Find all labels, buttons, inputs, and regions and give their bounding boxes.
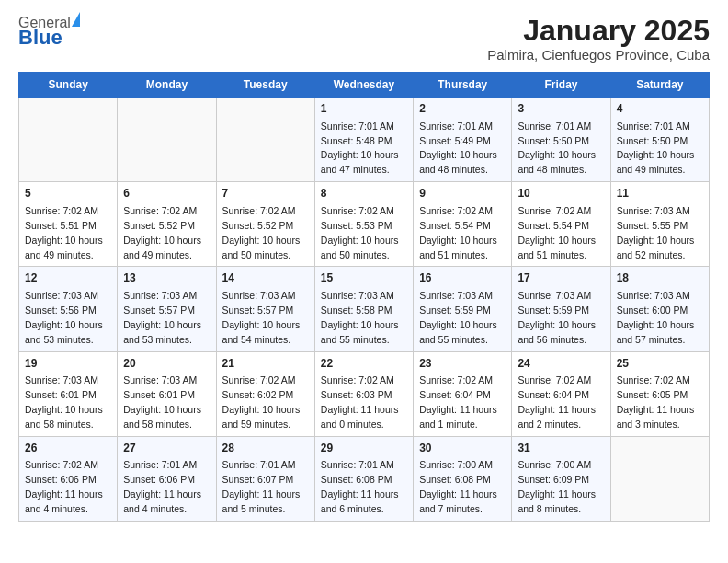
calendar-cell: 15Sunrise: 7:03 AMSunset: 5:58 PMDayligh… [314, 267, 413, 351]
day-number: 26 [25, 441, 111, 456]
day-number: 14 [222, 270, 309, 286]
day-number: 23 [419, 356, 506, 372]
calendar-cell: 29Sunrise: 7:01 AMSunset: 6:08 PMDayligh… [314, 436, 413, 521]
day-number: 7 [222, 186, 309, 201]
day-number: 29 [321, 441, 407, 456]
calendar-cell: 27Sunrise: 7:01 AMSunset: 6:06 PMDayligh… [118, 436, 216, 521]
day-info: Sunrise: 7:03 AMSunset: 5:55 PMDaylight:… [617, 205, 695, 260]
day-info: Sunrise: 7:03 AMSunset: 5:59 PMDaylight:… [419, 290, 497, 345]
calendar-cell: 19Sunrise: 7:03 AMSunset: 6:01 PMDayligh… [19, 351, 118, 436]
day-info: Sunrise: 7:02 AMSunset: 5:52 PMDaylight:… [222, 205, 301, 260]
calendar-cell: 4Sunrise: 7:01 AMSunset: 5:50 PMDaylight… [610, 98, 709, 182]
day-info: Sunrise: 7:03 AMSunset: 6:01 PMDaylight:… [123, 374, 201, 430]
week-row-2: 5Sunrise: 7:02 AMSunset: 5:51 PMDaylight… [19, 182, 710, 267]
week-row-4: 19Sunrise: 7:03 AMSunset: 6:01 PMDayligh… [19, 351, 710, 436]
calendar-cell: 11Sunrise: 7:03 AMSunset: 5:55 PMDayligh… [610, 182, 709, 267]
day-number: 13 [123, 270, 210, 286]
day-number: 18 [617, 270, 703, 286]
day-info: Sunrise: 7:03 AMSunset: 5:58 PMDaylight:… [321, 290, 399, 345]
calendar-cell: 9Sunrise: 7:02 AMSunset: 5:54 PMDaylight… [414, 182, 512, 267]
day-info: Sunrise: 7:02 AMSunset: 5:51 PMDaylight:… [25, 205, 103, 260]
logo: General Blue [18, 15, 80, 50]
day-number: 22 [321, 356, 407, 372]
day-header-monday: Monday [118, 73, 216, 98]
day-number: 20 [123, 356, 210, 372]
header: General Blue January 2025 Palmira, Cienf… [18, 15, 710, 63]
calendar-cell: 30Sunrise: 7:00 AMSunset: 6:08 PMDayligh… [414, 436, 512, 521]
calendar-cell: 24Sunrise: 7:02 AMSunset: 6:04 PMDayligh… [512, 351, 610, 436]
page: General Blue January 2025 Palmira, Cienf… [0, 0, 728, 536]
calendar-cell: 31Sunrise: 7:00 AMSunset: 6:09 PMDayligh… [512, 436, 610, 521]
day-number: 25 [617, 356, 703, 372]
day-number: 17 [518, 270, 604, 286]
calendar-cell: 16Sunrise: 7:03 AMSunset: 5:59 PMDayligh… [414, 267, 512, 351]
calendar-cell: 5Sunrise: 7:02 AMSunset: 5:51 PMDaylight… [19, 182, 118, 267]
day-headers-row: SundayMondayTuesdayWednesdayThursdayFrid… [19, 73, 710, 98]
calendar-cell: 22Sunrise: 7:02 AMSunset: 6:03 PMDayligh… [314, 351, 413, 436]
day-info: Sunrise: 7:01 AMSunset: 6:08 PMDaylight:… [321, 459, 399, 514]
day-number: 31 [518, 441, 604, 456]
day-info: Sunrise: 7:03 AMSunset: 5:59 PMDaylight:… [518, 290, 596, 345]
calendar-cell: 23Sunrise: 7:02 AMSunset: 6:04 PMDayligh… [414, 351, 512, 436]
logo-blue-text: Blue [18, 26, 63, 50]
calendar-table: SundayMondayTuesdayWednesdayThursdayFrid… [18, 72, 710, 522]
day-info: Sunrise: 7:02 AMSunset: 5:52 PMDaylight:… [123, 205, 201, 260]
day-info: Sunrise: 7:00 AMSunset: 6:08 PMDaylight:… [419, 459, 497, 514]
day-number: 4 [617, 101, 703, 117]
calendar-cell: 8Sunrise: 7:02 AMSunset: 5:53 PMDaylight… [314, 182, 413, 267]
calendar-cell: 26Sunrise: 7:02 AMSunset: 6:06 PMDayligh… [19, 436, 118, 521]
day-info: Sunrise: 7:02 AMSunset: 5:54 PMDaylight:… [419, 205, 497, 260]
calendar-subtitle: Palmira, Cienfuegos Province, Cuba [487, 47, 710, 63]
calendar-cell: 13Sunrise: 7:03 AMSunset: 5:57 PMDayligh… [118, 267, 216, 351]
day-info: Sunrise: 7:02 AMSunset: 5:53 PMDaylight:… [321, 205, 399, 260]
day-number: 2 [419, 101, 506, 117]
logo-triangle-icon [72, 12, 80, 27]
day-info: Sunrise: 7:02 AMSunset: 6:05 PMDaylight:… [617, 374, 695, 430]
calendar-cell: 14Sunrise: 7:03 AMSunset: 5:57 PMDayligh… [216, 267, 314, 351]
day-number: 8 [321, 186, 407, 201]
day-number: 30 [419, 441, 506, 456]
calendar-cell: 3Sunrise: 7:01 AMSunset: 5:50 PMDaylight… [512, 98, 610, 182]
day-info: Sunrise: 7:02 AMSunset: 6:04 PMDaylight:… [518, 374, 596, 430]
day-info: Sunrise: 7:02 AMSunset: 6:04 PMDaylight:… [419, 374, 497, 430]
day-info: Sunrise: 7:01 AMSunset: 6:06 PMDaylight:… [123, 459, 201, 514]
calendar-cell: 1Sunrise: 7:01 AMSunset: 5:48 PMDaylight… [314, 98, 413, 182]
day-number: 11 [617, 186, 703, 201]
day-number: 21 [222, 356, 309, 372]
calendar-title: January 2025 [487, 15, 710, 47]
day-info: Sunrise: 7:03 AMSunset: 5:57 PMDaylight:… [123, 290, 201, 345]
week-row-5: 26Sunrise: 7:02 AMSunset: 6:06 PMDayligh… [19, 436, 710, 521]
calendar-cell [19, 98, 118, 182]
day-info: Sunrise: 7:03 AMSunset: 6:00 PMDaylight:… [617, 290, 695, 345]
day-header-friday: Friday [512, 73, 610, 98]
calendar-cell: 20Sunrise: 7:03 AMSunset: 6:01 PMDayligh… [118, 351, 216, 436]
calendar-cell: 10Sunrise: 7:02 AMSunset: 5:54 PMDayligh… [512, 182, 610, 267]
day-number: 15 [321, 270, 407, 286]
calendar-cell: 28Sunrise: 7:01 AMSunset: 6:07 PMDayligh… [216, 436, 314, 521]
day-info: Sunrise: 7:03 AMSunset: 5:56 PMDaylight:… [25, 290, 103, 345]
day-number: 28 [222, 441, 309, 456]
calendar-cell [216, 98, 314, 182]
day-number: 16 [419, 270, 506, 286]
day-info: Sunrise: 7:01 AMSunset: 5:49 PMDaylight:… [419, 121, 497, 176]
day-number: 1 [321, 101, 407, 117]
day-info: Sunrise: 7:02 AMSunset: 6:03 PMDaylight:… [321, 374, 399, 430]
day-header-saturday: Saturday [610, 73, 709, 98]
title-block: January 2025 Palmira, Cienfuegos Provinc… [487, 15, 710, 63]
calendar-cell: 7Sunrise: 7:02 AMSunset: 5:52 PMDaylight… [216, 182, 314, 267]
day-info: Sunrise: 7:00 AMSunset: 6:09 PMDaylight:… [518, 459, 596, 514]
day-number: 5 [25, 186, 111, 201]
day-info: Sunrise: 7:02 AMSunset: 5:54 PMDaylight:… [518, 205, 596, 260]
day-number: 3 [518, 101, 604, 117]
day-number: 10 [518, 186, 604, 201]
calendar-cell [118, 98, 216, 182]
day-number: 9 [419, 186, 506, 201]
day-number: 12 [25, 270, 111, 286]
week-row-1: 1Sunrise: 7:01 AMSunset: 5:48 PMDaylight… [19, 98, 710, 182]
day-number: 6 [123, 186, 210, 201]
week-row-3: 12Sunrise: 7:03 AMSunset: 5:56 PMDayligh… [19, 267, 710, 351]
calendar-cell [610, 436, 709, 521]
day-info: Sunrise: 7:02 AMSunset: 6:06 PMDaylight:… [25, 459, 103, 514]
day-header-tuesday: Tuesday [216, 73, 314, 98]
calendar-cell: 17Sunrise: 7:03 AMSunset: 5:59 PMDayligh… [512, 267, 610, 351]
